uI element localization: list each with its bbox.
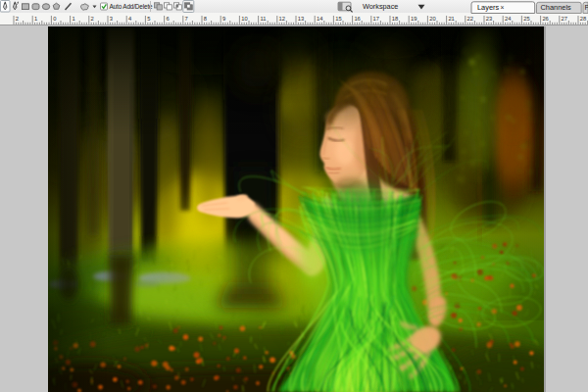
svg-text:0: 0 [53, 16, 56, 22]
svg-text:28: 28 [580, 16, 586, 22]
svg-text:7: 7 [185, 16, 188, 22]
svg-text:8: 8 [204, 16, 207, 22]
svg-text:Layers: Layers [477, 3, 499, 12]
svg-text:25: 25 [523, 16, 529, 22]
svg-text:17: 17 [373, 16, 379, 22]
svg-text:16: 16 [354, 16, 360, 22]
svg-text:3: 3 [110, 16, 113, 22]
svg-text:22: 22 [467, 16, 473, 22]
svg-text:2: 2 [91, 16, 94, 22]
svg-text:18: 18 [392, 16, 398, 22]
svg-text:Channels: Channels [541, 3, 572, 12]
svg-text:10: 10 [241, 16, 247, 22]
svg-text:2: 2 [16, 16, 19, 22]
svg-text:24: 24 [505, 16, 512, 22]
svg-text:13: 13 [298, 16, 304, 22]
svg-text:6: 6 [166, 16, 169, 22]
svg-text:15: 15 [335, 16, 341, 22]
svg-text:×: × [501, 4, 505, 11]
svg-text:11: 11 [260, 16, 266, 22]
svg-text:1: 1 [72, 16, 74, 22]
svg-text:1: 1 [34, 16, 37, 22]
svg-text:9: 9 [222, 16, 225, 22]
svg-text:21: 21 [448, 16, 454, 22]
svg-text:23: 23 [486, 16, 492, 22]
svg-text:27: 27 [562, 16, 567, 22]
svg-text:19: 19 [411, 16, 416, 22]
svg-text:5: 5 [147, 16, 150, 22]
svg-text:14: 14 [317, 16, 323, 22]
svg-text:26: 26 [542, 16, 548, 22]
svg-text:P: P [585, 3, 588, 12]
svg-text:20: 20 [429, 16, 435, 22]
svg-text:12: 12 [279, 16, 285, 22]
